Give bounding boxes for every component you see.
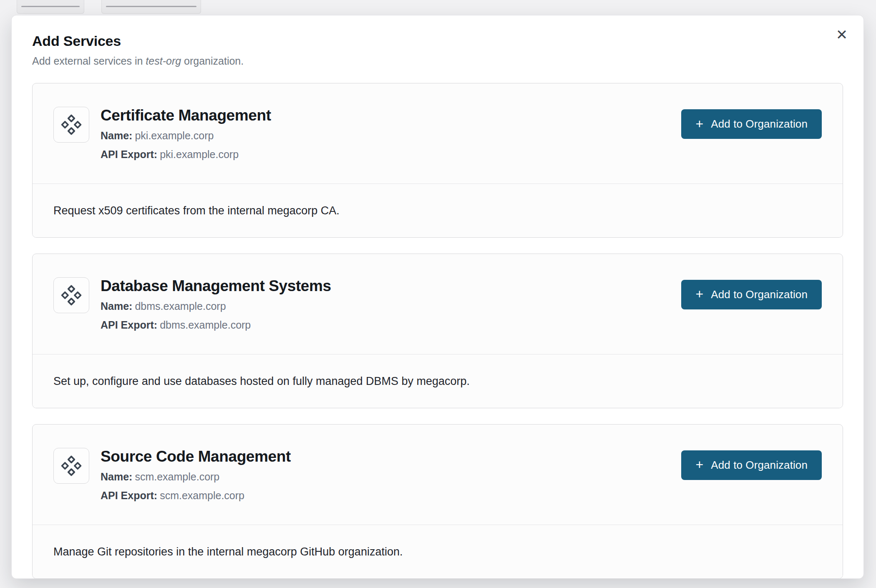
add-button-label: Add to Organization	[711, 288, 808, 301]
plus-icon: +	[695, 287, 703, 301]
card-header: Database Management Systems Name:dbms.ex…	[33, 254, 843, 354]
service-name-row: Name:scm.example.corp	[101, 469, 291, 485]
background-tab	[17, 0, 84, 14]
service-card-database-management-systems: Database Management Systems Name:dbms.ex…	[32, 254, 843, 408]
service-grid-icon	[53, 277, 89, 313]
card-header: Certificate Management Name:pki.example.…	[33, 83, 843, 183]
name-value: pki.example.corp	[135, 130, 214, 141]
add-to-organization-button[interactable]: + Add to Organization	[681, 450, 822, 480]
close-icon[interactable]: ✕	[833, 25, 851, 44]
service-info: Database Management Systems Name:dbms.ex…	[101, 277, 331, 333]
service-name-row: Name:dbms.example.corp	[101, 299, 331, 314]
service-title: Certificate Management	[101, 107, 271, 125]
add-button-label: Add to Organization	[711, 459, 808, 472]
service-description: Set up, configure and use databases host…	[33, 354, 843, 408]
api-export-value: scm.example.corp	[160, 490, 244, 501]
service-card-source-code-management: Source Code Management Name:scm.example.…	[32, 424, 843, 579]
name-value: scm.example.corp	[135, 471, 219, 482]
modal-subtitle: Add external services in test-org organi…	[32, 55, 843, 67]
service-title: Database Management Systems	[101, 277, 331, 295]
add-to-organization-button[interactable]: + Add to Organization	[681, 280, 822, 309]
service-info: Certificate Management Name:pki.example.…	[101, 107, 271, 163]
add-to-organization-button[interactable]: + Add to Organization	[681, 109, 822, 139]
service-name-row: Name:pki.example.corp	[101, 128, 271, 144]
service-description: Manage Git repositories in the internal …	[33, 525, 843, 578]
service-api-row: API Export:pki.example.corp	[101, 147, 271, 163]
service-grid-icon	[53, 107, 89, 143]
api-export-label: API Export:	[101, 490, 157, 501]
add-button-label: Add to Organization	[711, 118, 808, 131]
name-label: Name:	[101, 130, 132, 141]
service-description: Request x509 certificates from the inter…	[33, 183, 843, 237]
add-services-modal: ✕ Add Services Add external services in …	[11, 15, 864, 579]
subtitle-suffix: organization.	[181, 55, 244, 67]
name-value: dbms.example.corp	[135, 300, 226, 312]
name-label: Name:	[101, 300, 132, 312]
api-export-value: pki.example.corp	[160, 148, 239, 160]
service-title: Source Code Management	[101, 448, 291, 466]
api-export-label: API Export:	[101, 319, 157, 331]
service-card-list: Certificate Management Name:pki.example.…	[32, 83, 843, 579]
name-label: Name:	[101, 471, 132, 482]
service-api-row: API Export:scm.example.corp	[101, 488, 291, 504]
service-info: Source Code Management Name:scm.example.…	[101, 448, 291, 504]
service-card-certificate-management: Certificate Management Name:pki.example.…	[32, 83, 843, 238]
api-export-value: dbms.example.corp	[160, 319, 251, 331]
card-header: Source Code Management Name:scm.example.…	[33, 425, 843, 525]
plus-icon: +	[695, 117, 703, 131]
service-grid-icon	[53, 448, 89, 484]
subtitle-prefix: Add external services in	[32, 55, 146, 67]
service-api-row: API Export:dbms.example.corp	[101, 317, 331, 333]
plus-icon: +	[695, 458, 703, 471]
org-name: test-org	[146, 55, 181, 67]
background-tab	[101, 0, 201, 14]
api-export-label: API Export:	[101, 148, 157, 160]
page-title: Add Services	[32, 33, 843, 49]
